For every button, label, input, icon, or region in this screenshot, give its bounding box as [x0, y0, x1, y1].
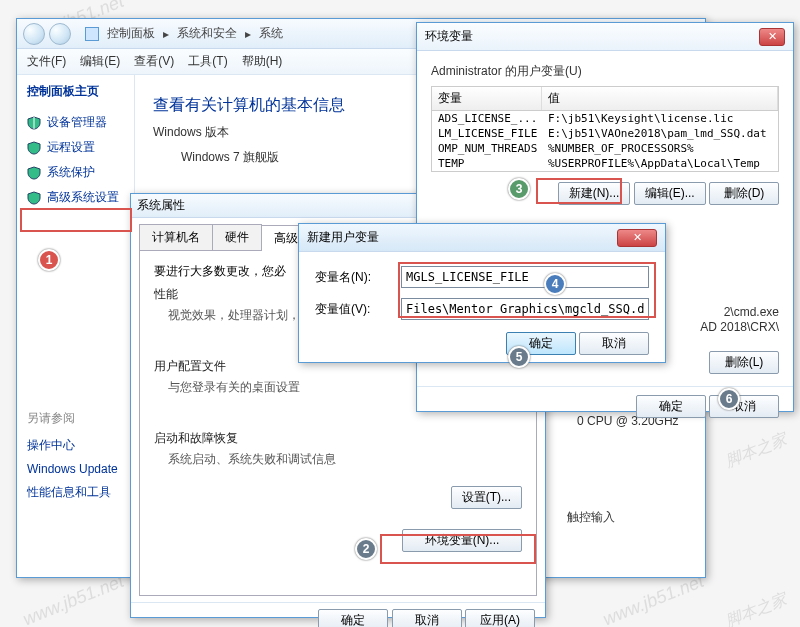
close-icon[interactable]: ✕: [759, 28, 785, 46]
sidebar-item-advanced[interactable]: 高级系统设置: [27, 185, 124, 210]
menu-help[interactable]: 帮助(H): [242, 53, 283, 70]
sysprops-ok-button[interactable]: 确定: [318, 609, 388, 627]
watermark: www.jb51.net: [600, 571, 707, 627]
link-perf-info[interactable]: 性能信息和工具: [27, 485, 111, 499]
envvars-title: 环境变量: [425, 28, 473, 45]
step-badge-6: 6: [718, 388, 740, 410]
see-also-label: 另请参阅: [27, 410, 124, 427]
step-badge-2: 2: [355, 538, 377, 560]
menu-view[interactable]: 查看(V): [134, 53, 174, 70]
link-windows-update[interactable]: Windows Update: [27, 462, 118, 476]
edit-button[interactable]: 编辑(E)...: [634, 182, 706, 205]
newvar-titlebar: 新建用户变量 ✕: [299, 224, 665, 252]
delete-button[interactable]: 删除(D): [709, 182, 779, 205]
site-watermark: 脚本之家: [722, 589, 789, 627]
table-row[interactable]: LM_LICENSE_FILEE:\jb51\VAOne2018\pam_lmd…: [432, 126, 778, 141]
col-val[interactable]: 值: [542, 87, 778, 110]
table-row[interactable]: TEMP%USERPROFILE%\AppData\Local\Temp: [432, 156, 778, 171]
envvars-titlebar: 环境变量 ✕: [417, 23, 793, 51]
sidebar-item-device-manager[interactable]: 设备管理器: [27, 110, 124, 135]
sysprops-title: 系统属性: [137, 197, 185, 214]
step-badge-5: 5: [508, 346, 530, 368]
shield-icon: [27, 141, 41, 155]
sidebar-item-remote[interactable]: 远程设置: [27, 135, 124, 160]
new-button[interactable]: 新建(N)...: [558, 182, 631, 205]
step-badge-4: 4: [544, 273, 566, 295]
newvar-title: 新建用户变量: [307, 229, 379, 246]
startup-desc: 系统启动、系统失败和调试信息: [168, 451, 522, 468]
control-panel-icon: [85, 27, 99, 41]
var-value-label: 变量值(V):: [315, 301, 401, 318]
delete-sys-button[interactable]: 删除(L): [709, 351, 779, 374]
user-vars-group-label: Administrator 的用户变量(U): [431, 63, 779, 80]
startup-title: 启动和故障恢复: [154, 430, 522, 447]
menu-edit[interactable]: 编辑(E): [80, 53, 120, 70]
sysprops-cancel-button[interactable]: 取消: [392, 609, 462, 627]
envvars-ok-button[interactable]: 确定: [636, 395, 706, 418]
settings-button[interactable]: 设置(T)...: [451, 486, 522, 509]
menu-tools[interactable]: 工具(T): [188, 53, 227, 70]
step-badge-1: 1: [38, 249, 60, 271]
col-var[interactable]: 变量: [432, 87, 542, 110]
shield-icon: [27, 166, 41, 180]
site-watermark: 脚本之家: [722, 429, 789, 472]
step-badge-3: 3: [508, 178, 530, 200]
var-value-input[interactable]: [401, 298, 649, 320]
var-name-input[interactable]: [401, 266, 649, 288]
table-row[interactable]: OMP_NUM_THREADS%NUMBER_OF_PROCESSORS%: [432, 141, 778, 156]
shield-icon: [27, 191, 41, 205]
env-vars-button[interactable]: 环境变量(N)...: [402, 529, 522, 552]
newvar-cancel-button[interactable]: 取消: [579, 332, 649, 355]
explorer-sidebar: 控制面板主页 设备管理器 远程设置 系统保护 高级系统设置 另请参阅 操作中心 …: [17, 75, 135, 575]
link-action-center[interactable]: 操作中心: [27, 438, 75, 452]
touch-label: 触控输入: [567, 509, 615, 526]
user-vars-table[interactable]: 变量 值 ADS_LICENSE_...F:\jb51\Keysight\lic…: [431, 86, 779, 172]
new-var-dialog: 新建用户变量 ✕ 变量名(N): 变量值(V): 确定 取消: [298, 223, 666, 363]
shield-icon: [27, 116, 41, 130]
nav-forward-icon[interactable]: [49, 23, 71, 45]
tab-hardware[interactable]: 硬件: [212, 224, 262, 250]
breadcrumb-item[interactable]: 系统和安全: [177, 25, 237, 42]
sidebar-item-protection[interactable]: 系统保护: [27, 160, 124, 185]
breadcrumb[interactable]: 控制面板▸ 系统和安全▸ 系统: [81, 21, 287, 46]
breadcrumb-item[interactable]: 控制面板: [107, 25, 155, 42]
tab-computer-name[interactable]: 计算机名: [139, 224, 213, 250]
var-name-label: 变量名(N):: [315, 269, 401, 286]
sysprops-apply-button[interactable]: 应用(A): [465, 609, 535, 627]
table-row[interactable]: ADS_LICENSE_...F:\jb51\Keysight\license.…: [432, 111, 778, 126]
menu-file[interactable]: 文件(F): [27, 53, 66, 70]
watermark: www.jb51.net: [20, 571, 127, 627]
nav-back-icon[interactable]: [23, 23, 45, 45]
breadcrumb-item[interactable]: 系统: [259, 25, 283, 42]
sidebar-title: 控制面板主页: [27, 83, 124, 100]
close-icon[interactable]: ✕: [617, 229, 657, 247]
